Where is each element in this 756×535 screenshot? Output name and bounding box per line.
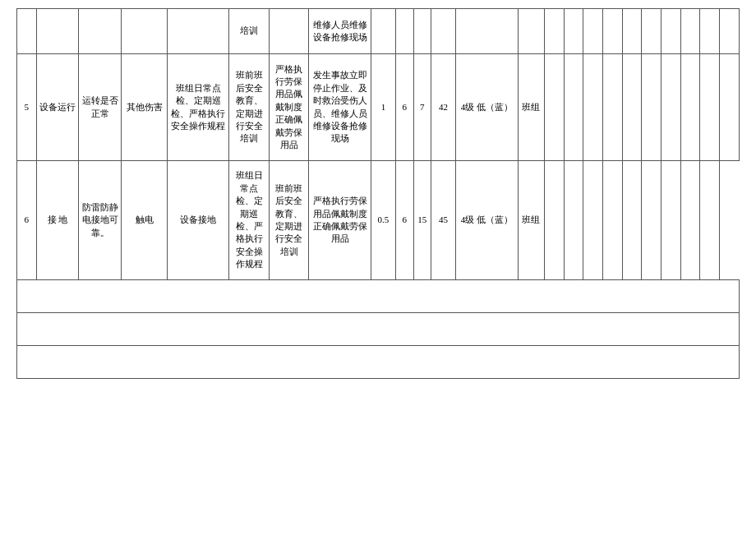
cell-row5-e9 [700,54,720,161]
cell-c [413,9,431,54]
cell-row5-level: 4级 低（蓝） [456,54,518,161]
table-row-empty2 [17,313,740,346]
cell-extra7 [662,9,681,54]
cell-extra9 [700,9,720,54]
cell-row6-e7 [662,161,681,280]
page: 培训 维修人员维修设备抢修现场 [0,0,756,535]
cell-extra10 [720,9,740,54]
cell-row6-ctrl1pre: 班组日常点检、定期巡检、严格执行安全操作规程 [229,161,269,280]
cell-row5-d: 42 [431,54,456,161]
cell-row5-ctrl3: 严格执行劳保用品佩戴制度正确佩戴劳保用品 [269,54,308,161]
cell-row6-e1 [544,161,564,280]
cell-row6-ctrl0: 设备接地 [168,161,229,280]
cell-row6-sub: 防雷防静电接地可靠。 [79,161,122,280]
cell-extra6 [642,9,662,54]
cell-ctrl1 [168,9,229,54]
cell-row6-c: 15 [413,161,431,280]
cell-row6-op: 接 地 [36,161,79,280]
cell-d [431,9,456,54]
cell-row5-l: 1 [371,54,395,161]
cell-ctrl3 [269,9,308,54]
cell-row6-resp: 班组 [518,161,544,280]
cell-row5-e8 [680,54,700,161]
cell-row6-e4 [602,161,622,280]
cell-row5-sub: 运转是否正常 [79,54,122,161]
cell-row5-e6 [642,54,662,161]
cell-row5-e1 [544,54,564,161]
cell-row5-e10 [720,54,740,161]
cell-extra8 [680,9,700,54]
cell-row5-e5 [622,54,642,161]
cell-row5-no: 5 [17,54,37,161]
cell-ctrl2: 培训 [229,9,269,54]
cell-row6-e8 [680,161,700,280]
cell-row6-level: 4级 低（蓝） [456,161,518,280]
cell-row6-e: 6 [395,161,413,280]
cell-row5-e7 [662,54,681,161]
table-row-empty3 [17,346,740,379]
cell-row5-e4 [602,54,622,161]
cell-row5-ctrl1: 班组日常点检、定期巡检、严格执行安全操作规程 [168,54,229,161]
cell-hazard [122,9,168,54]
cell-l [371,9,395,54]
table-row-empty1 [17,280,740,313]
cell-row5-e2 [564,54,583,161]
table-row-5: 5 设备运行 运转是否正常 其他伤害 班组日常点检、定期巡检、严格执行安全操作规… [17,54,740,161]
cell-empty2 [17,313,740,346]
cell-row6-ctrl2: 班前班后安全教育、定期进行安全培训 [269,161,308,280]
cell-sub [79,9,122,54]
cell-row5-e3 [583,54,603,161]
cell-row5-ctrl2: 班前班后安全教育、定期进行安全培训 [229,54,269,161]
cell-extra2 [564,9,583,54]
cell-row6-e9 [700,161,720,280]
cell-extra1 [544,9,564,54]
cell-row6-e5 [622,161,642,280]
main-table: 培训 维修人员维修设备抢修现场 [16,8,740,379]
cell-row6-hazard: 触电 [122,161,168,280]
cell-level [456,9,518,54]
cell-row6-l: 0.5 [371,161,395,280]
table-row-6: 6 接 地 防雷防静电接地可靠。 触电 设备接地 班组日常点检、定期巡检、严格执… [17,161,740,280]
cell-extra3 [583,9,603,54]
cell-row6-e3 [583,161,603,280]
cell-row6-e6 [642,161,662,280]
cell-row5-resp: 班组 [518,54,544,161]
cell-row6-d: 45 [431,161,456,280]
cell-extra5 [622,9,642,54]
cell-row5-c: 7 [413,54,431,161]
cell-ctrl4: 维修人员维修设备抢修现场 [309,9,371,54]
cell-row5-e: 6 [395,54,413,161]
cell-empty [17,280,740,313]
cell-resp [518,9,544,54]
cell-row6-ctrl3: 严格执行劳保用品佩戴制度正确佩戴劳保用品 [309,161,371,280]
cell-row6-e2 [564,161,583,280]
cell-op [36,9,79,54]
cell-extra4 [602,9,622,54]
cell-row5-hazard: 其他伤害 [122,54,168,161]
cell-row5-op: 设备运行 [36,54,79,161]
cell-e [395,9,413,54]
cell-row6-no: 6 [17,161,37,280]
cell-empty3 [17,346,740,379]
cell-no [17,9,37,54]
cell-row5-ctrl4: 发生事故立即停止作业、及时救治受伤人员、维修人员维修设备抢修现场 [309,54,371,161]
partial-row: 培训 维修人员维修设备抢修现场 [17,9,740,54]
